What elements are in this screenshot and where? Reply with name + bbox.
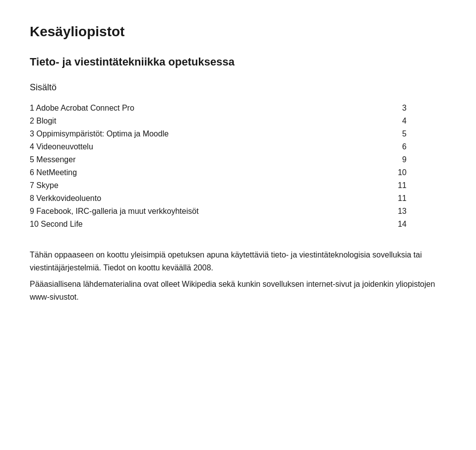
toc-item-text: 1 Adobe Acrobat Connect Pro	[30, 102, 363, 115]
toc-item-text: 7 Skype	[30, 179, 363, 192]
toc-item-text: 6 NetMeeting	[30, 166, 363, 179]
table-row: 7 Skype11	[30, 179, 446, 192]
table-row: 10 Second Life14	[30, 218, 446, 231]
table-row: 6 NetMeeting10	[30, 166, 446, 179]
toc-item-number: 3	[363, 102, 446, 115]
description-paragraph-2: Pääasiallisena lähdematerialina ovat oll…	[30, 278, 446, 303]
toc-item-text: 3 Oppimisympäristöt: Optima ja Moodle	[30, 128, 363, 140]
toc-item-number: 6	[363, 140, 446, 153]
toc-item-text: 9 Facebook, IRC-galleria ja muut verkkoy…	[30, 205, 363, 218]
toc-item-text: 2 Blogit	[30, 115, 363, 128]
toc-item-text: 4 Videoneuvottelu	[30, 140, 363, 153]
description-paragraph-1: Tähän oppaaseen on koottu yleisimpiä ope…	[30, 249, 446, 274]
table-row: 5 Messenger9	[30, 153, 446, 166]
toc-item-number: 11	[363, 179, 446, 192]
toc-section-label: Sisältö	[30, 82, 446, 93]
description-block: Tähän oppaaseen on koottu yleisimpiä ope…	[30, 249, 446, 303]
toc-item-number: 5	[363, 128, 446, 140]
toc-item-text: 5 Messenger	[30, 153, 363, 166]
main-title: Tieto- ja viestintätekniikka opetuksessa	[30, 56, 446, 68]
table-row: 2 Blogit4	[30, 115, 446, 128]
toc-item-number: 13	[363, 205, 446, 218]
table-row: 8 Verkkovideoluento11	[30, 192, 446, 205]
table-row: 3 Oppimisympäristöt: Optima ja Moodle5	[30, 128, 446, 140]
table-row: 1 Adobe Acrobat Connect Pro3	[30, 102, 446, 115]
toc-item-number: 11	[363, 192, 446, 205]
table-row: 9 Facebook, IRC-galleria ja muut verkkoy…	[30, 205, 446, 218]
toc-item-text: 8 Verkkovideoluento	[30, 192, 363, 205]
toc-item-number: 4	[363, 115, 446, 128]
table-of-contents: 1 Adobe Acrobat Connect Pro32 Blogit43 O…	[30, 102, 446, 231]
top-title: Kesäyliopistot	[30, 24, 446, 40]
page-header: Kesäyliopistot	[30, 24, 446, 40]
toc-item-number: 14	[363, 218, 446, 231]
toc-item-number: 10	[363, 166, 446, 179]
table-row: 4 Videoneuvottelu6	[30, 140, 446, 153]
toc-item-number: 9	[363, 153, 446, 166]
toc-item-text: 10 Second Life	[30, 218, 363, 231]
